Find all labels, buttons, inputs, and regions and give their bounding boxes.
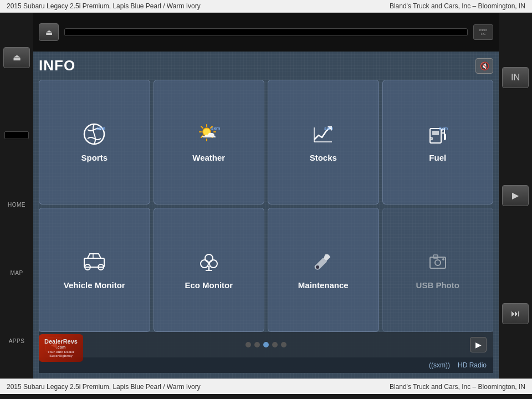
top-bar-left: 2015 Subaru Legacy 2.5i Premium, Lapis B… xyxy=(7,2,201,10)
svg-text:$: $ xyxy=(431,136,433,141)
nav-next-button[interactable]: ▶ xyxy=(470,337,487,352)
svg-point-18 xyxy=(201,260,208,268)
disk-slot xyxy=(4,131,29,139)
status-bar: ((sxm)) HD Radio xyxy=(39,357,493,373)
usb-photo-label: USB Photo xyxy=(416,280,459,290)
sxm-status: ((sxm)) xyxy=(429,361,450,369)
top-bar-right: Bland's Truck and Cars, Inc – Bloomingto… xyxy=(390,2,525,10)
svg-text:sxm: sxm xyxy=(96,126,105,131)
skip-right-button[interactable]: ⏭ xyxy=(502,303,529,324)
dealerrevs-logo: DealerRevs .com Your Auto Dealer SuperHi… xyxy=(39,334,83,362)
svg-point-22 xyxy=(316,265,319,269)
apps-button[interactable]: APPS xyxy=(9,338,25,344)
svg-point-24 xyxy=(435,260,441,265)
nav-bar: ◀ ▶ xyxy=(39,332,493,357)
weather-label: Weather xyxy=(192,153,225,162)
home-button[interactable]: HOME xyxy=(8,202,25,208)
micro-sd-slot: microHC xyxy=(473,24,493,40)
sports-icon: sxm xyxy=(82,122,106,150)
menu-item-usb-photo[interactable]: USB Photo xyxy=(382,208,494,332)
svg-point-19 xyxy=(209,260,217,268)
info-header: INFO 🔇 xyxy=(39,57,493,74)
menu-item-sports[interactable]: sxm Sports xyxy=(39,80,150,204)
svg-rect-9 xyxy=(432,131,439,135)
menu-grid: sxm Sports sxm Weathe xyxy=(39,80,493,332)
menu-item-weather[interactable]: sxm Weather xyxy=(154,80,265,204)
eco-monitor-icon xyxy=(197,249,221,277)
nav-dot-3 xyxy=(263,342,269,347)
mute-button[interactable]: 🔇 xyxy=(475,58,493,74)
bottom-bar-left: 2015 Subaru Legacy 2.5i Premium, Lapis B… xyxy=(7,383,201,391)
svg-text:sxm: sxm xyxy=(439,126,448,131)
svg-text:sxm: sxm xyxy=(324,126,333,131)
sports-label: Sports xyxy=(81,153,108,162)
menu-item-fuel[interactable]: $ sxm Fuel xyxy=(382,80,494,204)
eco-monitor-label: Eco Monitor xyxy=(185,280,233,290)
stocks-icon: sxm xyxy=(311,122,335,150)
nav-dot-1 xyxy=(245,342,251,347)
bottom-caption-bar: 2015 Subaru Legacy 2.5i Premium, Lapis B… xyxy=(0,378,532,394)
menu-item-vehicle-monitor[interactable]: Vehicle Monitor xyxy=(39,208,150,332)
info-right-button[interactable]: IN xyxy=(502,67,529,88)
vehicle-monitor-icon xyxy=(82,249,106,277)
center-screen: ⏏ microHC INFO 🔇 xyxy=(33,13,499,378)
right-button-panel: IN ▶ ⏭ xyxy=(499,13,532,378)
disk-area: ⏏ microHC xyxy=(33,13,499,52)
bottom-bar-right: Bland's Truck and Cars, Inc – Bloomingto… xyxy=(390,383,525,391)
watermark: DealerRevs .com Your Auto Dealer SuperHi… xyxy=(39,334,83,362)
menu-item-eco-monitor[interactable]: Eco Monitor xyxy=(154,208,265,332)
main-wrapper: ⏏ HOME MAP APPS ⏏ microHC INFO 🔇 xyxy=(0,13,532,378)
stocks-label: Stocks xyxy=(310,153,337,162)
weather-icon: sxm xyxy=(197,122,221,150)
screen-title: INFO xyxy=(39,57,75,74)
nav-dot-4 xyxy=(272,342,278,347)
nav-dots xyxy=(245,342,287,347)
nav-dot-2 xyxy=(254,342,260,347)
map-button[interactable]: MAP xyxy=(10,270,23,276)
usb-photo-icon xyxy=(426,249,450,277)
eject-button[interactable]: ⏏ xyxy=(3,47,30,68)
svg-rect-12 xyxy=(84,258,104,267)
info-screen: INFO 🔇 sxm Sports xyxy=(33,52,499,378)
hd-radio-status: HD Radio xyxy=(458,361,487,369)
nav-dot-5 xyxy=(281,342,287,347)
next-right-button[interactable]: ▶ xyxy=(502,185,529,206)
top-caption-bar: 2015 Subaru Legacy 2.5i Premium, Lapis B… xyxy=(0,0,532,13)
left-button-panel: ⏏ HOME MAP APPS xyxy=(0,13,33,378)
fuel-icon: $ sxm xyxy=(426,122,450,150)
eject-disk-button[interactable]: ⏏ xyxy=(39,23,59,41)
maintenance-label: Maintenance xyxy=(298,280,349,290)
svg-point-26 xyxy=(442,258,444,260)
svg-point-17 xyxy=(205,254,213,262)
menu-item-stocks[interactable]: sxm Stocks xyxy=(268,80,379,204)
svg-text:sxm: sxm xyxy=(211,126,220,131)
vehicle-monitor-label: Vehicle Monitor xyxy=(64,280,125,290)
fuel-label: Fuel xyxy=(429,153,446,162)
disk-slot-bar xyxy=(64,28,468,36)
menu-item-maintenance[interactable]: Maintenance xyxy=(268,208,379,332)
maintenance-icon xyxy=(311,249,335,277)
